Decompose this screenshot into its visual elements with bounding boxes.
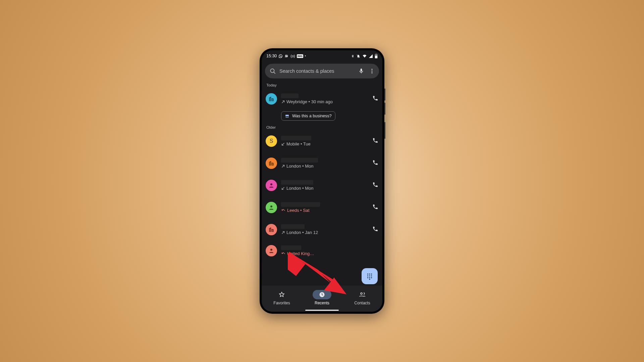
star-icon: [278, 291, 285, 298]
nav-favorites[interactable]: Favorites: [272, 290, 291, 305]
contact-name-redacted: [281, 158, 318, 163]
call-row[interactable]: Weybridge • 30 min ago: [262, 88, 382, 110]
svg-point-1: [372, 71, 373, 72]
svg-point-4: [270, 205, 272, 207]
call-meta: Mobile • Tue: [286, 141, 311, 146]
status-img-chip: IMG: [297, 54, 303, 58]
svg-point-0: [372, 69, 373, 70]
missed-icon: [281, 252, 286, 256]
svg-point-5: [270, 249, 272, 251]
chip-label: Was this a business?: [292, 114, 332, 118]
incoming-icon: [281, 142, 285, 146]
avatar-business: [266, 224, 277, 235]
incoming-icon: [281, 186, 285, 190]
contact-name-redacted: [281, 180, 313, 185]
nav-label: Contacts: [354, 301, 370, 305]
battery-icon: [375, 54, 378, 58]
people-icon: [359, 291, 366, 298]
more-icon[interactable]: [369, 68, 375, 74]
svg-point-11: [371, 275, 372, 276]
search-icon: [270, 68, 276, 74]
section-older: Older: [262, 123, 382, 130]
avatar-business: [266, 93, 277, 105]
outgoing-icon: [281, 231, 285, 235]
call-meta: London • Mon: [286, 164, 313, 169]
call-button[interactable]: [372, 204, 378, 211]
svg-point-9: [367, 275, 368, 276]
avatar-person: [266, 180, 277, 191]
call-button[interactable]: [372, 137, 378, 145]
svg-point-15: [369, 279, 370, 280]
call-meta: Leeds • Sat: [287, 208, 310, 213]
call-meta: London • Jan 12: [286, 230, 318, 235]
bluetooth-icon: [351, 54, 355, 58]
call-button[interactable]: [372, 182, 378, 189]
call-row[interactable]: London • Mon: [262, 174, 382, 196]
volume-up-button: [384, 88, 385, 101]
call-button[interactable]: [372, 226, 378, 233]
nav-label: Favorites: [273, 301, 290, 305]
svg-point-14: [371, 277, 372, 278]
nav-contacts[interactable]: Contacts: [353, 290, 372, 305]
svg-point-6: [367, 274, 368, 275]
home-indicator[interactable]: [305, 310, 339, 311]
outgoing-icon: [281, 164, 285, 168]
svg-point-3: [270, 183, 272, 185]
call-row[interactable]: Leeds • Sat: [262, 196, 382, 219]
contact-name-redacted: [281, 136, 311, 140]
do-not-disturb-icon: [356, 54, 361, 58]
status-time: 15:30: [266, 54, 277, 58]
search-placeholder: Search contacts & places: [279, 68, 355, 74]
call-row[interactable]: London • Mon: [262, 152, 382, 174]
mic-icon[interactable]: [358, 68, 364, 74]
avatar-letter: S: [266, 135, 277, 147]
search-bar[interactable]: Search contacts & places: [265, 64, 379, 78]
volume-down-button: [384, 103, 385, 115]
wifi-icon: [362, 54, 367, 58]
background: 15:30 (o) IMG • Search contacts & places…: [0, 0, 644, 362]
clock-icon: [319, 291, 325, 298]
nav-recents[interactable]: Recents: [313, 290, 331, 305]
contact-name-redacted: [281, 245, 301, 250]
bottom-nav: Favorites Recents Contacts: [262, 286, 382, 312]
status-bar: 15:30 (o) IMG •: [262, 50, 382, 60]
call-row[interactable]: London • Jan 12: [262, 219, 382, 241]
phone-frame: 15:30 (o) IMG • Search contacts & places…: [260, 48, 384, 314]
nav-label: Recents: [315, 301, 329, 305]
avatar-person: [266, 245, 277, 256]
signal-icon: [369, 54, 373, 58]
contact-name-redacted: [281, 94, 299, 98]
call-meta: Weybridge • 30 min ago: [286, 99, 333, 104]
screen: 15:30 (o) IMG • Search contacts & places…: [262, 50, 382, 312]
call-row[interactable]: S Mobile • Tue: [262, 130, 382, 152]
storefront-icon: [285, 114, 289, 118]
outgoing-icon: [281, 100, 285, 104]
call-meta: United King…: [287, 251, 314, 256]
call-button[interactable]: [372, 160, 378, 167]
svg-point-7: [369, 274, 370, 275]
call-row[interactable]: United King…: [262, 241, 382, 261]
avatar-business: [266, 158, 277, 169]
avatar-person: [266, 202, 277, 213]
dot-icon: •: [305, 54, 306, 58]
svg-point-10: [369, 275, 370, 276]
slack-icon: [284, 54, 289, 58]
svg-point-8: [371, 274, 372, 275]
business-chip[interactable]: Was this a business?: [281, 111, 335, 121]
status-badge: (o): [290, 54, 295, 58]
power-button: [384, 122, 385, 139]
svg-point-12: [367, 277, 368, 278]
dialpad-fab[interactable]: [362, 268, 378, 284]
call-meta: London • Mon: [286, 186, 313, 191]
section-today: Today: [262, 80, 382, 88]
contact-name-redacted: [281, 202, 320, 207]
svg-point-13: [369, 277, 370, 278]
svg-point-2: [372, 72, 373, 73]
call-button[interactable]: [372, 95, 378, 103]
contact-name-redacted: [281, 224, 305, 229]
missed-icon: [281, 208, 286, 213]
dialpad-icon: [366, 273, 373, 280]
whatsapp-icon: [278, 54, 283, 58]
